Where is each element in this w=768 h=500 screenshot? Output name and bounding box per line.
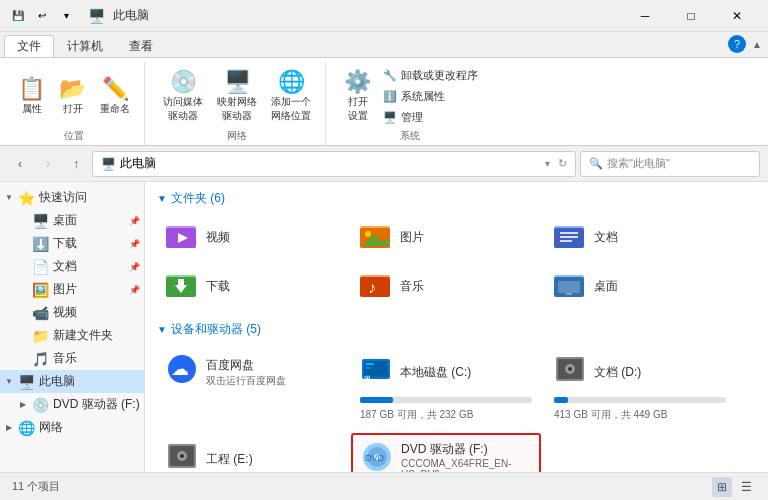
downloads-label: 下载	[53, 235, 77, 252]
maximize-button[interactable]: □	[668, 0, 714, 32]
undo-btn[interactable]: ↩	[32, 6, 52, 26]
media-drive-label: 访问媒体驱动器	[163, 95, 203, 123]
ribbon-collapse-button[interactable]: ▲	[750, 37, 764, 51]
quick-access-expand-icon: ▼	[4, 193, 14, 202]
videos-label: 视频	[53, 304, 77, 321]
drive-item-d[interactable]: 文档 (D:) 413 GB 可用，共 449 GB	[545, 346, 735, 429]
close-button[interactable]: ✕	[714, 0, 760, 32]
help-button[interactable]: ?	[728, 35, 746, 53]
uninstall-button[interactable]: 🔧 卸载或更改程序	[379, 66, 482, 85]
manage-label: 管理	[401, 110, 423, 125]
map-drive-icon: 🖥️	[224, 71, 251, 93]
list-view-button[interactable]: ☰	[736, 477, 756, 497]
up-button[interactable]: ↑	[64, 152, 88, 176]
d-bar-container	[554, 397, 726, 403]
folder-item-desktop[interactable]: 桌面	[545, 264, 735, 309]
svg-text:⊞: ⊞	[364, 374, 371, 383]
open-settings-button[interactable]: ⚙️ 打开设置	[338, 67, 377, 127]
pictures-label: 图片	[53, 281, 77, 298]
f-icon: DVD	[361, 441, 393, 472]
settings-icon: ⚙️	[344, 71, 371, 93]
drive-item-f[interactable]: DVD DVD 驱动器 (F:) CCCOMA_X64FRE_EN-US_DV9…	[351, 433, 541, 472]
c-top: ⊞ 本地磁盘 (C:)	[360, 353, 532, 392]
documents-icon: 📄	[32, 259, 49, 275]
folder-item-videos[interactable]: 视频	[157, 215, 347, 260]
folders-grid: 视频 图片	[157, 215, 756, 309]
back-button[interactable]: ‹	[8, 152, 32, 176]
c-icon: ⊞	[360, 353, 392, 392]
desktop-pin-icon: 📌	[129, 216, 140, 226]
folder-item-music[interactable]: ♪ 音乐	[351, 264, 541, 309]
drives-section-header[interactable]: ▼ 设备和驱动器 (5)	[157, 321, 756, 338]
content-area: ▼ 文件夹 (6) 视频	[145, 182, 768, 472]
quick-access-label: 快速访问	[39, 189, 87, 206]
system-props-label: 系统属性	[401, 89, 445, 104]
add-network-button[interactable]: 🌐 添加一个网络位置	[265, 67, 317, 127]
minimize-button[interactable]: ─	[622, 0, 668, 32]
network-expand-icon: ▶	[4, 423, 14, 432]
properties-button[interactable]: 📋 属性	[12, 67, 51, 127]
downloads-folder-label: 下载	[206, 278, 230, 295]
main-area: ▼ ⭐ 快速访问 🖥️ 桌面 📌 ⬇️ 下载 📌 📄 文档 📌 🖼️ 图片 📌	[0, 182, 768, 472]
rename-button[interactable]: ✏️ 重命名	[94, 67, 136, 127]
tab-file[interactable]: 文件	[4, 35, 54, 57]
d-info: 413 GB 可用，共 449 GB	[554, 408, 726, 422]
grid-view-button[interactable]: ⊞	[712, 477, 732, 497]
search-box[interactable]: 🔍 搜索"此电脑"	[580, 151, 760, 177]
ribbon-group-location: 📋 属性 📂 打开 ✏️ 重命名 位置	[4, 62, 145, 145]
folders-section-header[interactable]: ▼ 文件夹 (6)	[157, 190, 756, 207]
music-icon: 🎵	[32, 351, 49, 367]
f-name: DVD 驱动器 (F:)	[401, 441, 531, 458]
map-drive-label: 映射网络驱动器	[217, 95, 257, 123]
d-bar	[554, 397, 568, 403]
folder-item-downloads[interactable]: 下载	[157, 264, 347, 309]
sidebar-item-downloads[interactable]: ⬇️ 下载 📌	[0, 232, 144, 255]
sidebar-item-dvd[interactable]: ▶ 💿 DVD 驱动器 (F:)	[0, 393, 144, 416]
redo-btn[interactable]: ▾	[56, 6, 76, 26]
svg-point-5	[365, 231, 371, 237]
media-drive-button[interactable]: 💿 访问媒体驱动器	[157, 67, 209, 127]
drive-item-baidu[interactable]: ☁ 百度网盘 双击运行百度网盘	[157, 346, 347, 429]
downloads-icon: ⬇️	[32, 236, 49, 252]
sidebar-item-pictures[interactable]: 🖼️ 图片 📌	[0, 278, 144, 301]
f-sublabel: CCCOMA_X64FRE_EN-US_DV9	[401, 458, 531, 472]
manage-button[interactable]: 🖥️ 管理	[379, 108, 482, 127]
drive-item-c[interactable]: ⊞ 本地磁盘 (C:) 187 GB 可用，共 232 GB	[351, 346, 541, 429]
system-group-label: 系统	[400, 127, 420, 143]
e-top: 工程 (E:)	[166, 440, 338, 472]
sidebar-item-new-folder[interactable]: 📁 新建文件夹	[0, 324, 144, 347]
window-title: 此电脑	[113, 7, 149, 24]
tab-view[interactable]: 查看	[116, 35, 166, 57]
forward-button[interactable]: ›	[36, 152, 60, 176]
status-bar: 11 个项目 ⊞ ☰	[0, 472, 768, 500]
map-drive-button[interactable]: 🖥️ 映射网络驱动器	[211, 67, 263, 127]
address-refresh-icon[interactable]: ↻	[554, 157, 567, 170]
e-icon	[166, 440, 198, 472]
music-folder-icon: ♪	[360, 269, 392, 304]
folder-item-pictures[interactable]: 图片	[351, 215, 541, 260]
open-icon: 📂	[59, 78, 86, 100]
sidebar-item-documents[interactable]: 📄 文档 📌	[0, 255, 144, 278]
ribbon-tabs: 文件 计算机 查看 ? ▲	[0, 32, 768, 58]
sidebar-item-videos[interactable]: 📹 视频	[0, 301, 144, 324]
drives-header-label: 设备和驱动器 (5)	[171, 321, 261, 338]
drive-item-e[interactable]: 工程 (E:) 474 GB 可用，共 481 GB	[157, 433, 347, 472]
sidebar-quick-access[interactable]: ▼ ⭐ 快速访问	[0, 186, 144, 209]
item-count: 11 个项目	[12, 479, 60, 494]
tab-computer[interactable]: 计算机	[54, 35, 116, 57]
address-dropdown-icon[interactable]: ▾	[545, 158, 550, 169]
address-bar[interactable]: 🖥️ 此电脑 ▾ ↻	[92, 151, 576, 177]
sidebar-item-music[interactable]: 🎵 音乐	[0, 347, 144, 370]
dvd-label: DVD 驱动器 (F:)	[53, 396, 140, 413]
system-props-button[interactable]: ℹ️ 系统属性	[379, 87, 482, 106]
add-network-label: 添加一个网络位置	[271, 95, 311, 123]
sidebar-this-pc[interactable]: ▼ 🖥️ 此电脑	[0, 370, 144, 393]
sidebar-network[interactable]: ▶ 🌐 网络	[0, 416, 144, 439]
save-btn[interactable]: 💾	[8, 6, 28, 26]
address-icon: 🖥️	[101, 157, 116, 171]
quick-access-icon: ⭐	[18, 190, 35, 206]
sidebar-item-desktop[interactable]: 🖥️ 桌面 📌	[0, 209, 144, 232]
open-button[interactable]: 📂 打开	[53, 67, 92, 127]
baidu-icon: ☁	[166, 353, 198, 392]
folder-item-documents[interactable]: 文档	[545, 215, 735, 260]
